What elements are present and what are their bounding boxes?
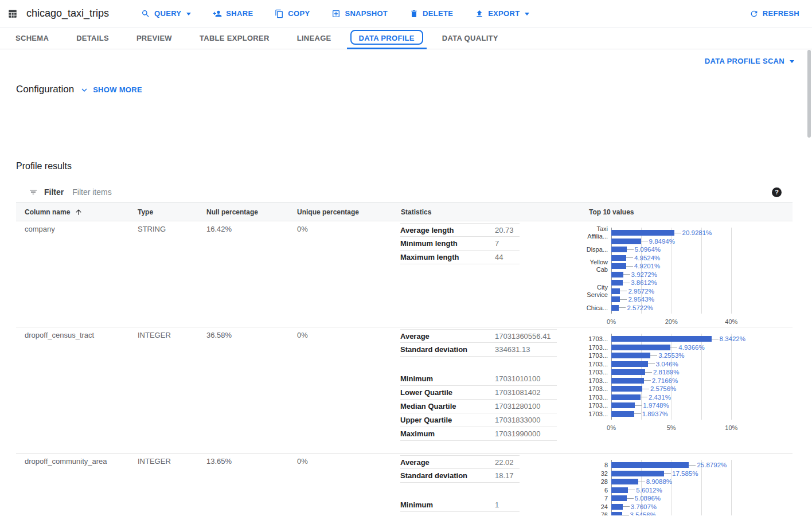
caret-down-icon <box>186 13 191 15</box>
refresh-button[interactable]: REFRESH <box>749 9 799 18</box>
annotation-stem <box>670 347 677 347</box>
tab-table-explorer[interactable]: TABLE EXPLORER <box>186 28 283 49</box>
chart-bar <box>611 280 623 286</box>
vertical-scrollbar-thumb[interactable] <box>807 50 811 138</box>
chart-bar <box>611 471 664 476</box>
statistic-value: 44 <box>495 253 518 261</box>
profile-table-rows: companySTRING16.42%0%Average length20.73… <box>16 221 793 515</box>
bar-value-annotation: 2.5722% <box>619 304 653 311</box>
annotation-stem <box>623 506 630 507</box>
column-name-cell: company <box>25 225 55 233</box>
bar-value-annotation: 2.9572% <box>620 288 654 295</box>
statistic-value: 1 <box>495 501 518 509</box>
bar-category-label: CityService <box>585 284 608 299</box>
chart-bar <box>611 504 623 510</box>
statistic-label: Lower Quartile <box>400 388 495 397</box>
annotation-stem <box>644 380 651 381</box>
annotation-stem <box>627 249 634 250</box>
bar-category-label: 1703... <box>585 385 608 393</box>
chart-bar <box>611 345 670 350</box>
statistics-table: Average17031360556.41Standard deviation3… <box>400 329 557 441</box>
column-header-type[interactable]: Type <box>138 208 153 216</box>
statistic-row: Upper Quartile17031833000 <box>400 413 557 427</box>
copy-button[interactable]: COPY <box>275 9 310 18</box>
bar-category-label: 28 <box>585 478 608 486</box>
statistic-value: 17031010100 <box>495 374 546 383</box>
statistic-value: 7 <box>495 239 518 248</box>
x-axis-tick-label: 10% <box>725 424 737 431</box>
statistic-value: 17031081402 <box>495 388 546 397</box>
query-button[interactable]: QUERY <box>141 9 191 18</box>
annotation-stem <box>626 266 633 267</box>
bar-category-label: 8 <box>585 462 608 469</box>
tab-lineage[interactable]: LINEAGE <box>283 28 345 49</box>
statistic-value: 17031280100 <box>495 402 546 411</box>
help-icon[interactable]: ? <box>772 187 782 197</box>
snapshot-button[interactable]: SNAPSHOT <box>331 9 388 18</box>
annotation-text: 4.9201% <box>634 263 660 269</box>
data-profile-scan-menu[interactable]: DATA PROFILE SCAN <box>705 57 794 65</box>
share-button[interactable]: SHARE <box>213 9 253 18</box>
delete-button-label: DELETE <box>423 9 453 18</box>
tab-preview[interactable]: PREVIEW <box>123 28 186 49</box>
column-header-unique-percentage[interactable]: Unique percentage <box>297 208 359 216</box>
annotation-stem <box>620 299 627 300</box>
annotation-stem <box>622 515 629 515</box>
annotation-text: 4.9524% <box>634 255 660 261</box>
bar-category-label: 32 <box>585 470 608 477</box>
annotation-text: 4.9366% <box>678 344 704 351</box>
bar-category-label: YellowCab <box>585 259 608 273</box>
column-header-column-name[interactable]: Column name <box>25 208 83 216</box>
chevron-down-icon[interactable] <box>79 85 89 95</box>
statistic-row: Lower Quartile17031081402 <box>400 386 557 400</box>
show-more-button[interactable]: SHOW MORE <box>93 85 142 94</box>
statistic-label: Median Quartile <box>400 402 495 411</box>
annotation-stem <box>642 389 649 389</box>
bar-category-label: 1703... <box>585 369 608 376</box>
chart-bar <box>611 487 628 493</box>
delete-button[interactable]: DELETE <box>409 9 453 18</box>
tab-schema[interactable]: SCHEMA <box>2 28 63 49</box>
statistic-row: Standard deviation18.17 <box>400 469 520 483</box>
column-header-statistics: Statistics <box>401 208 431 216</box>
type-cell: INTEGER <box>138 457 171 466</box>
bar-value-annotation: 3.5456% <box>622 511 656 515</box>
bar-value-annotation: 25.8792% <box>689 462 727 468</box>
statistic-value: 22.02 <box>495 458 520 467</box>
caret-down-icon <box>790 60 794 63</box>
bar-category-label: 7 <box>585 495 608 502</box>
bar-category-label: 1703... <box>585 393 608 401</box>
tab-details[interactable]: DETAILS <box>63 28 123 49</box>
bar-value-annotation: 4.9524% <box>626 255 660 261</box>
sort-ascending-icon[interactable] <box>75 208 83 216</box>
tab-data-quality[interactable]: DATA QUALITY <box>428 28 512 49</box>
column-header-null-percentage[interactable]: Null percentage <box>206 208 258 216</box>
annotation-stem <box>641 397 647 397</box>
chart-bar <box>611 361 648 367</box>
statistic-row: Average17031360556.41 <box>400 329 557 343</box>
bar-category-label: 76 <box>585 511 608 516</box>
table-row: dropoff_census_tractINTEGER36.58%0%Avera… <box>16 327 793 454</box>
statistic-row: Average22.02 <box>400 455 520 469</box>
chart-bar <box>611 255 626 261</box>
filter-input[interactable] <box>72 187 772 197</box>
trash-icon <box>409 9 419 18</box>
chart-bar <box>611 411 634 417</box>
chart-bar <box>611 247 627 252</box>
configuration-section: Configuration SHOW MORE <box>16 84 142 95</box>
chart-bar <box>611 239 641 244</box>
refresh-icon <box>749 9 759 18</box>
refresh-button-label: REFRESH <box>763 9 799 18</box>
statistic-value: 20.73 <box>495 226 520 234</box>
export-button[interactable]: EXPORT <box>475 9 529 18</box>
tab-data-profile[interactable]: DATA PROFILE <box>345 28 428 49</box>
statistics-table: Average22.02Standard deviation18.17Minim… <box>400 455 520 515</box>
data-profile-panel: DATA PROFILE SCAN Configuration SHOW MOR… <box>0 49 812 515</box>
column-header-label: Column name <box>25 208 70 216</box>
bar-value-annotation: 8.3422% <box>712 335 745 342</box>
bar-category-label: 1703... <box>585 352 608 359</box>
bar-category-label: TaxiAffilia... <box>585 225 608 240</box>
statistic-label: Minimum length <box>400 239 495 248</box>
search-icon <box>141 9 150 18</box>
statistic-label: Minimum <box>400 501 495 509</box>
